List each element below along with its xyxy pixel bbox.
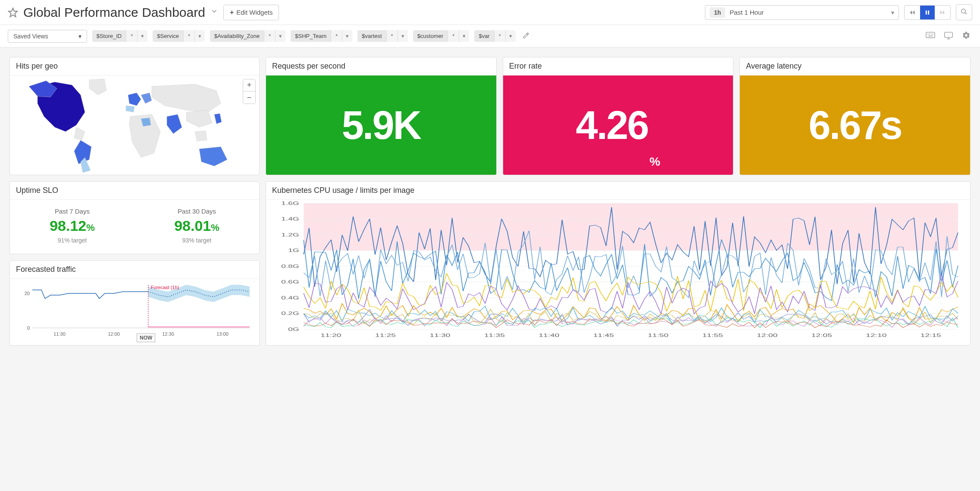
card-error-rate: Error rate 4.26 % [503, 57, 734, 175]
filter-pill[interactable]: $SHP_Team*▾ [291, 30, 352, 42]
filter-value: * [183, 30, 194, 42]
svg-line-8 [965, 13, 967, 14]
chevron-down-icon[interactable]: ▾ [194, 30, 205, 42]
svg-text:13:00: 13:00 [216, 331, 229, 337]
svg-text:12:00: 12:00 [757, 333, 777, 338]
svg-marker-2 [913, 10, 915, 14]
card-uptime-slo: Uptime SLO Past 7 Days98.12%91% targetPa… [9, 181, 260, 254]
svg-text:1G: 1G [288, 248, 299, 253]
saved-views-label: Saved Views [13, 33, 48, 40]
svg-text:11:30: 11:30 [429, 333, 450, 338]
slo-value: 98.01% [174, 217, 219, 234]
svg-text:1.4G: 1.4G [281, 217, 299, 222]
card-title: Forecasted traffic [10, 261, 259, 279]
time-range-pill: 1h [710, 7, 725, 18]
card-title: Hits per geo [10, 57, 259, 76]
svg-text:1.6G: 1.6G [281, 201, 299, 206]
svg-text:11:30: 11:30 [53, 331, 66, 337]
stat-body: 4.26 % [503, 76, 733, 175]
chevron-down-icon[interactable]: ▾ [398, 30, 408, 42]
svg-text:0.8G: 0.8G [281, 264, 299, 269]
filter-toolbar: Saved Views ▾ $Store_ID*▾$Service*▾$Avai… [0, 25, 980, 47]
k8s-chart[interactable]: 0G0.2G0.4G0.6G0.8G1G1.2G1.4G1.6G11:2011:… [272, 201, 964, 340]
slo-body: Past 7 Days98.12%91% targetPast 30 Days9… [10, 200, 259, 252]
card-title: Kubernetes CPU usage / limits per image [266, 182, 970, 200]
edit-widgets-button[interactable]: + Edit Widgets [223, 5, 279, 20]
filter-pill[interactable]: $vartest*▾ [357, 30, 407, 42]
geo-map[interactable]: + − [10, 76, 259, 175]
page-title: Global Performance Dashboard [23, 5, 205, 20]
chevron-down-icon[interactable]: ▾ [459, 30, 469, 42]
svg-text:11:45: 11:45 [593, 333, 614, 338]
forecast-chart[interactable]: 02011:3012:0012:3013:00Forecast (1h) [15, 282, 254, 338]
map-zoom-in-button[interactable]: + [243, 79, 255, 91]
slo-column: Past 30 Days98.01%93% target [135, 208, 259, 244]
filter-name: $vartest [357, 30, 386, 42]
svg-text:12:30: 12:30 [162, 331, 174, 337]
card-title: Error rate [503, 57, 733, 76]
time-pause-button[interactable] [920, 6, 935, 19]
slo-period: Past 30 Days [178, 208, 216, 215]
stat-row: Requests per second 5.9K Error rate 4.26… [266, 57, 971, 175]
star-icon[interactable] [8, 7, 18, 18]
filter-pill[interactable]: $Availability_Zone*▾ [210, 30, 285, 42]
chevron-down-icon[interactable]: ▾ [505, 30, 516, 42]
saved-views-dropdown[interactable]: Saved Views ▾ [8, 30, 87, 43]
chevron-down-icon[interactable]: ▾ [275, 30, 285, 42]
svg-text:1.2G: 1.2G [281, 232, 299, 237]
svg-marker-5 [940, 10, 942, 14]
svg-text:0.6G: 0.6G [281, 280, 299, 285]
slo-target: 93% target [182, 237, 212, 244]
time-range-picker[interactable]: 1h Past 1 Hour ▾ [705, 5, 899, 20]
map-zoom-out-button[interactable]: − [243, 91, 255, 104]
edit-filters-icon[interactable] [521, 30, 531, 42]
svg-text:20: 20 [25, 291, 30, 296]
world-map-svg [10, 76, 259, 175]
filter-value: * [386, 30, 398, 42]
filter-name: $SHP_Team [291, 30, 331, 42]
slo-target: 91% target [58, 237, 87, 244]
keyboard-icon[interactable] [924, 30, 937, 42]
filter-pill[interactable]: $Store_ID*▾ [92, 30, 148, 42]
header-bar: Global Performance Dashboard + Edit Widg… [0, 0, 980, 25]
slo-period: Past 7 Days [55, 208, 90, 215]
chevron-down-icon[interactable]: ▾ [137, 30, 147, 42]
svg-text:Forecast (1h): Forecast (1h) [151, 285, 179, 290]
card-title: Average latency [740, 57, 970, 76]
card-requests-per-second: Requests per second 5.9K [266, 57, 497, 175]
time-back-button[interactable] [905, 6, 920, 19]
search-button[interactable] [956, 4, 972, 20]
card-title: Requests per second [266, 57, 496, 76]
svg-marker-0 [9, 8, 17, 17]
chevron-down-icon[interactable]: ▾ [342, 30, 352, 42]
filter-pill[interactable]: $Service*▾ [153, 30, 205, 42]
svg-text:11:55: 11:55 [702, 333, 723, 338]
slo-column: Past 7 Days98.12%91% target [10, 208, 135, 244]
filter-name: $Service [153, 30, 183, 42]
card-title: Uptime SLO [10, 182, 259, 200]
filter-value: * [448, 30, 459, 42]
slo-value: 98.12% [50, 217, 95, 234]
filter-pill[interactable]: $var*▾ [474, 30, 515, 42]
title-chevron-icon[interactable] [210, 7, 218, 17]
svg-text:11:25: 11:25 [375, 333, 396, 338]
svg-text:12:15: 12:15 [921, 333, 941, 338]
monitor-icon[interactable] [942, 29, 955, 43]
stat-value: 6.67s [809, 105, 902, 145]
gear-icon[interactable] [960, 29, 972, 43]
filter-pill[interactable]: $customer*▾ [413, 30, 470, 42]
filter-value: * [264, 30, 275, 42]
dashboard-grid: Hits per geo + − [0, 47, 980, 355]
svg-marker-1 [910, 10, 912, 14]
svg-rect-22 [148, 326, 250, 328]
time-forward-button[interactable] [935, 6, 950, 19]
svg-text:12:00: 12:00 [108, 331, 120, 337]
svg-rect-4 [928, 10, 929, 14]
edit-widgets-label: Edit Widgets [236, 9, 272, 16]
time-caret-icon: ▾ [891, 9, 894, 16]
svg-text:11:50: 11:50 [648, 333, 668, 338]
svg-rect-9 [926, 32, 935, 38]
stat-value: 5.9K [342, 105, 420, 145]
map-zoom-controls: + − [243, 79, 256, 104]
k8s-body: 0G0.2G0.4G0.6G0.8G1G1.2G1.4G1.6G11:2011:… [266, 200, 970, 345]
